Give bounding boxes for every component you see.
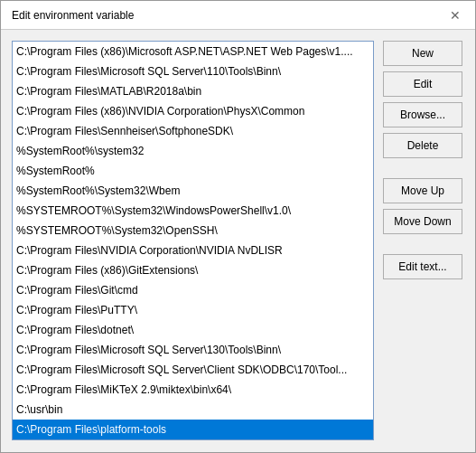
move-down-button[interactable]: Move Down — [383, 209, 462, 234]
env-list[interactable]: C:\Program Files (x86)\Microsoft ASP.NET… — [13, 42, 373, 439]
list-item[interactable]: C:\Program Files (x86)\GitExtensions\ — [13, 260, 373, 280]
list-item[interactable]: C:\Program Files\PuTTY\ — [13, 300, 373, 320]
list-item[interactable]: C:\Program Files\NVIDIA Corporation\NVID… — [13, 241, 373, 260]
list-item[interactable]: %SYSTEMROOT%\System32\OpenSSH\ — [13, 221, 373, 241]
list-item[interactable]: C:\usr\bin — [13, 400, 373, 420]
spacer2 — [383, 240, 464, 249]
dialog-body: C:\Program Files (x86)\Microsoft ASP.NET… — [1, 30, 475, 451]
buttons-panel: New Edit Browse... Delete Move Up Move D… — [383, 41, 464, 440]
move-up-button[interactable]: Move Up — [383, 178, 462, 203]
list-item[interactable]: C:\Program Files\Microsoft SQL Server\Cl… — [13, 360, 373, 380]
dialog-title: Edit environment variable — [12, 9, 134, 22]
new-button[interactable]: New — [383, 41, 462, 66]
list-item[interactable]: C:\Program Files\Sennheiser\SoftphoneSDK… — [13, 121, 373, 141]
list-item[interactable]: %SystemRoot% — [13, 161, 373, 181]
list-item[interactable]: %SystemRoot%\system32 — [13, 141, 373, 161]
delete-button[interactable]: Delete — [383, 133, 462, 158]
edit-env-variable-dialog: Edit environment variable ✕ C:\Program F… — [0, 0, 476, 453]
list-item[interactable]: C:\Program Files\MiKTeX 2.9\miktex\bin\x… — [13, 380, 373, 400]
list-item[interactable]: C:\Program Files\platform-tools — [13, 420, 373, 439]
list-item[interactable]: C:\Program Files\Microsoft SQL Server\11… — [13, 61, 373, 81]
list-item[interactable]: C:\Program Files (x86)\Microsoft ASP.NET… — [13, 42, 373, 61]
list-item[interactable]: %SYSTEMROOT%\System32\WindowsPowerShell\… — [13, 201, 373, 221]
edit-button[interactable]: Edit — [383, 71, 462, 97]
list-item[interactable]: C:\Program Files\dotnet\ — [13, 320, 373, 340]
browse-button[interactable]: Browse... — [383, 102, 462, 127]
list-item[interactable]: %SystemRoot%\System32\Wbem — [13, 181, 373, 201]
edit-text-button[interactable]: Edit text... — [383, 254, 462, 279]
title-bar: Edit environment variable ✕ — [1, 1, 475, 30]
spacer1 — [383, 164, 464, 173]
close-button[interactable]: ✕ — [446, 6, 464, 24]
list-item[interactable]: C:\Program Files\Microsoft SQL Server\13… — [13, 340, 373, 360]
list-item[interactable]: C:\Program Files\Git\cmd — [13, 280, 373, 300]
list-item[interactable]: C:\Program Files\MATLAB\R2018a\bin — [13, 81, 373, 101]
list-container: C:\Program Files (x86)\Microsoft ASP.NET… — [12, 41, 374, 440]
list-item[interactable]: C:\Program Files (x86)\NVIDIA Corporatio… — [13, 101, 373, 121]
